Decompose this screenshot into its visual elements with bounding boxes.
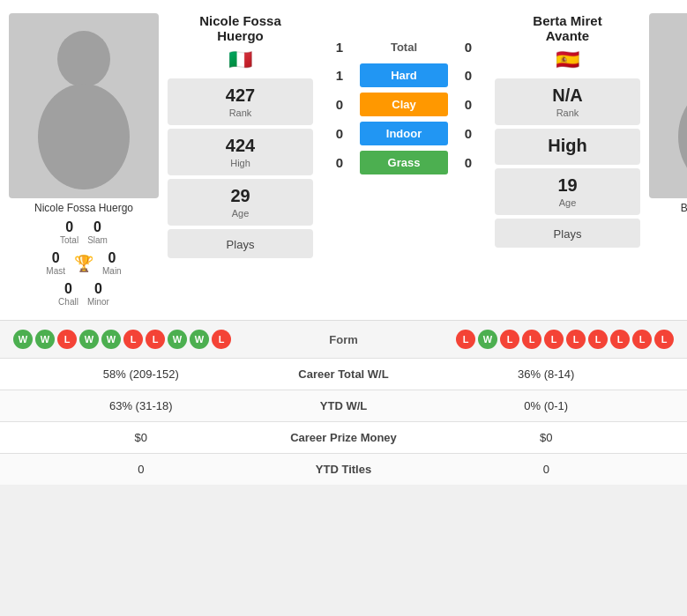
indoor-button[interactable]: Indoor (360, 122, 448, 145)
left-silhouette (9, 13, 159, 198)
main-container: Nicole Fossa Huergo 0 Total 0 Slam 0 Mas… (0, 0, 687, 485)
right-stats-row: 0 Total 0 Slam (649, 219, 687, 245)
left-slam-cell: 0 Slam (87, 219, 108, 245)
left-trophy-icon: 🏆 (74, 254, 93, 273)
left-photo-box (9, 13, 159, 198)
left-form-badge-l: L (123, 330, 143, 349)
right-form-badge-l: L (500, 330, 519, 349)
right-player-name: Berta Miret Avante (533, 13, 601, 43)
left-main-cell: 0 Main (102, 250, 122, 276)
right-high-box: High (495, 129, 640, 165)
stats-right-val-0: 36% (8-14) (423, 367, 670, 381)
left-high-box: 424 High (168, 129, 313, 175)
right-player-name-below: Berta Miret Avante (649, 202, 687, 214)
right-photo-box (649, 13, 687, 198)
right-form-badge-l: L (566, 330, 586, 349)
stats-rows-container: 58% (209-152) Career Total W/L 36% (8-14… (0, 358, 687, 485)
stats-row-0: 58% (209-152) Career Total W/L 36% (8-14… (0, 358, 687, 390)
svg-point-0 (57, 31, 110, 87)
right-age-box: 19 Age (495, 168, 640, 215)
form-label: Form (291, 333, 397, 346)
stats-label-3: YTD Titles (265, 463, 423, 476)
left-player-info: Nicole Fossa Huergo 🇮🇹 427 Rank 424 High… (163, 13, 317, 307)
right-form-badge-l: L (522, 330, 541, 349)
stats-left-val-1: 63% (31-18) (18, 399, 265, 412)
stats-left-val-2: $0 (18, 431, 265, 444)
svg-point-1 (38, 84, 130, 189)
left-plays-box: Plays (168, 229, 313, 258)
right-form-badge-l: L (544, 330, 564, 349)
right-form-badge-l: L (456, 330, 475, 349)
right-stats-row2: 0 Mast 🏆 0 Main (649, 250, 687, 276)
stats-row-3: 0 YTD Titles 0 (0, 453, 687, 485)
stats-right-val-1: 0% (0-1) (423, 399, 670, 412)
surface-row-hard: 1 Hard 0 (326, 63, 482, 87)
left-form-badge-w: W (190, 330, 209, 349)
left-minor-cell: 0 Minor (87, 281, 109, 307)
right-form-badge-l: L (654, 330, 674, 349)
left-age-box: 29 Age (168, 179, 313, 226)
stats-right-val-3: 0 (423, 463, 670, 476)
left-player-photo: Nicole Fossa Huergo 0 Total 0 Slam 0 Mas… (9, 13, 159, 307)
surface-row-indoor: 0 Indoor 0 (326, 122, 482, 145)
left-stats-row: 0 Total 0 Slam (9, 219, 159, 245)
right-form-badge-l: L (588, 330, 608, 349)
stats-left-val-0: 58% (209-152) (18, 367, 265, 381)
left-form-badge-l: L (57, 330, 77, 349)
left-form-badges: WWLWWLLWWL (13, 330, 291, 349)
left-form-badge-w: W (79, 330, 99, 349)
left-form-badge-l: L (146, 330, 165, 349)
left-form-badge-w: W (168, 330, 187, 349)
left-stats-row3: 0 Chall 0 Minor (9, 281, 159, 307)
total-row: 1 Total 0 (326, 40, 482, 55)
player-comparison: Nicole Fossa Huergo 0 Total 0 Slam 0 Mas… (0, 0, 687, 320)
left-form-badge-w: W (13, 330, 33, 349)
right-stats-row3: 0 Chall 0 Minor (649, 281, 687, 307)
left-form-badge-l: L (212, 330, 231, 349)
form-section: WWLWWLLWWL Form LWLLLLLLLL (0, 320, 687, 358)
left-player-name: Nicole Fossa Huergo (199, 13, 281, 43)
left-player-name-below: Nicole Fossa Huergo (9, 202, 159, 214)
left-form-badge-w: W (101, 330, 121, 349)
stats-label-1: YTD W/L (265, 399, 423, 412)
left-chall-cell: 0 Chall (58, 281, 78, 307)
right-plays-box: Plays (495, 219, 640, 248)
stats-label-2: Career Prize Money (265, 431, 423, 444)
surface-row-grass: 0 Grass 0 (326, 151, 482, 174)
clay-button[interactable]: Clay (360, 93, 448, 116)
stats-row-1: 63% (31-18) YTD W/L 0% (0-1) (0, 390, 687, 421)
right-player-info: Berta Miret Avante 🇪🇸 N/A Rank High 19 A… (490, 13, 645, 307)
right-flag: 🇪🇸 (556, 48, 579, 71)
right-player-photo: Berta Miret Avante 0 Total 0 Slam 0 Mast (649, 13, 687, 307)
svg-point-3 (678, 84, 687, 189)
right-form-badge-w: W (478, 330, 497, 349)
grass-button[interactable]: Grass (360, 151, 448, 174)
left-stats-row2: 0 Mast 🏆 0 Main (9, 250, 159, 276)
right-form-badge-l: L (632, 330, 652, 349)
stats-left-val-3: 0 (18, 463, 265, 476)
left-rank-box: 427 Rank (168, 78, 313, 125)
left-form-badge-w: W (35, 330, 55, 349)
right-silhouette (649, 13, 687, 198)
right-form-badges: LWLLLLLLLL (397, 330, 675, 349)
hard-button[interactable]: Hard (360, 63, 448, 87)
stats-right-val-2: $0 (423, 431, 670, 444)
right-form-badge-l: L (610, 330, 630, 349)
center-section: 1 Total 0 1 Hard 0 0 Clay 0 0 Indoor 0 0 (322, 13, 486, 307)
left-mast-cell: 0 Mast (46, 250, 65, 276)
right-rank-box: N/A Rank (495, 78, 640, 125)
left-flag: 🇮🇹 (228, 48, 252, 71)
stats-label-0: Career Total W/L (265, 367, 423, 381)
left-total-cell: 0 Total (60, 219, 78, 245)
stats-row-2: $0 Career Prize Money $0 (0, 421, 687, 453)
surface-row-clay: 0 Clay 0 (326, 93, 482, 116)
